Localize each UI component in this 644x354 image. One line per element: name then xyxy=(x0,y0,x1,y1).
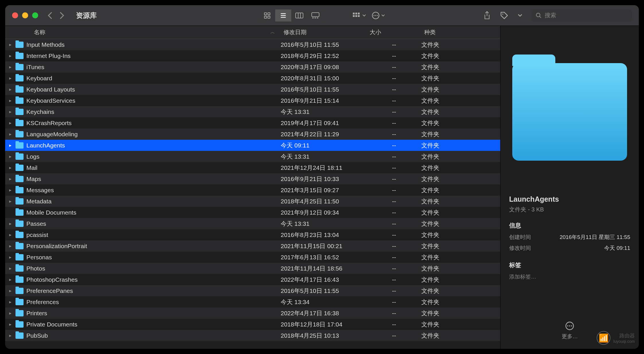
file-date: 2021年4月22日 11:29 xyxy=(281,130,367,138)
traffic-lights xyxy=(12,12,38,18)
disclosure-chevron-icon[interactable]: ▸ xyxy=(5,98,15,103)
file-row[interactable]: ▸Personas2017年6月13日 16:52--文件夹 xyxy=(5,252,500,263)
disclosure-chevron-icon[interactable]: ▸ xyxy=(5,288,15,293)
dropdown-button[interactable] xyxy=(518,14,522,17)
file-row[interactable]: ▸LaunchAgents今天 09:11--文件夹 xyxy=(5,140,500,151)
column-name[interactable]: 名称 ︿ xyxy=(5,28,281,36)
disclosure-chevron-icon[interactable]: ▸ xyxy=(5,64,15,70)
disclosure-chevron-icon[interactable]: ▸ xyxy=(5,109,15,114)
file-row[interactable]: ▸Passes今天 13:31--文件夹 xyxy=(5,218,500,229)
disclosure-chevron-icon[interactable]: ▸ xyxy=(5,254,15,260)
file-date: 2022年4月17日 16:43 xyxy=(281,276,367,284)
view-gallery-button[interactable] xyxy=(307,9,323,22)
svg-rect-16 xyxy=(358,13,360,14)
file-row[interactable]: ▸Printers2022年4月17日 16:38--文件夹 xyxy=(5,308,500,319)
chevron-down-icon xyxy=(381,14,385,17)
disclosure-chevron-icon[interactable]: ▸ xyxy=(5,299,15,305)
svg-point-22 xyxy=(375,15,376,16)
share-button[interactable] xyxy=(483,11,491,20)
disclosure-chevron-icon[interactable]: ▸ xyxy=(5,187,15,193)
disclosure-chevron-icon[interactable]: ▸ xyxy=(5,322,15,327)
file-row[interactable]: ▸Mail2021年12月24日 18:11--文件夹 xyxy=(5,162,500,173)
disclosure-chevron-icon[interactable]: ▸ xyxy=(5,154,15,159)
svg-rect-12 xyxy=(315,17,316,18)
folder-icon xyxy=(15,86,24,93)
minimize-button[interactable] xyxy=(22,12,28,18)
file-row[interactable]: ▸Messages2021年3月15日 09:27--文件夹 xyxy=(5,184,500,196)
svg-point-25 xyxy=(536,13,540,17)
disclosure-chevron-icon[interactable]: ▸ xyxy=(5,87,15,92)
disclosure-chevron-icon[interactable]: ▸ xyxy=(5,232,15,238)
disclosure-chevron-icon[interactable]: ▸ xyxy=(5,310,15,316)
maximize-button[interactable] xyxy=(32,12,38,18)
column-kind[interactable]: 种类 xyxy=(421,28,473,36)
file-row[interactable]: ▸LanguageModeling2021年4月22日 11:29--文件夹 xyxy=(5,129,500,140)
column-size[interactable]: 大小 xyxy=(367,28,421,36)
file-row[interactable]: ▸PersonalizationPortrait2021年11月15日 00:2… xyxy=(5,240,500,252)
file-row[interactable]: ▸Private Documents2018年12月18日 17:04--文件夹 xyxy=(5,319,500,330)
disclosure-chevron-icon[interactable]: ▸ xyxy=(5,75,15,81)
close-button[interactable] xyxy=(12,12,18,18)
file-kind: 文件夹 xyxy=(421,197,473,205)
disclosure-chevron-icon[interactable]: ▸ xyxy=(5,120,15,126)
file-row[interactable]: ▸KSCrashReports2019年4月17日 09:41--文件夹 xyxy=(5,117,500,129)
file-kind: 文件夹 xyxy=(421,74,473,82)
search-input[interactable] xyxy=(545,12,628,19)
disclosure-chevron-icon[interactable]: ▸ xyxy=(5,143,15,148)
folder-icon xyxy=(15,53,24,59)
disclosure-chevron-icon[interactable]: ▸ xyxy=(5,131,15,137)
disclosure-chevron-icon[interactable]: ▸ xyxy=(5,176,15,182)
view-list-button[interactable] xyxy=(275,9,291,22)
folder-icon xyxy=(15,42,24,48)
file-size: -- xyxy=(367,164,421,171)
disclosure-chevron-icon[interactable]: ▸ xyxy=(5,277,15,282)
search-box[interactable] xyxy=(532,9,632,22)
file-row[interactable]: ▸Input Methods2016年5月10日 11:55--文件夹 xyxy=(5,39,500,50)
file-row[interactable]: ▸Keychains今天 13:31--文件夹 xyxy=(5,106,500,117)
folder-icon xyxy=(15,265,24,272)
disclosure-chevron-icon[interactable]: ▸ xyxy=(5,243,15,249)
view-column-button[interactable] xyxy=(291,9,307,22)
tags-input[interactable]: 添加标签… xyxy=(509,273,630,281)
file-row[interactable]: ▸Keyboard Layouts2016年5月10日 11:55--文件夹 xyxy=(5,84,500,95)
more-button[interactable]: 更多… xyxy=(562,333,578,340)
info-modified-row: 修改时间 今天 09:11 xyxy=(509,244,630,252)
file-row[interactable]: ▸Internet Plug-Ins2018年6月29日 12:52--文件夹 xyxy=(5,50,500,61)
file-row[interactable]: ▸Maps2016年9月21日 10:33--文件夹 xyxy=(5,173,500,184)
file-name: Input Methods xyxy=(26,41,281,48)
file-row[interactable]: ▸KeyboardServices2016年9月21日 15:14--文件夹 xyxy=(5,95,500,106)
file-row[interactable]: ▸Metadata2018年4月25日 11:50--文件夹 xyxy=(5,196,500,207)
file-row[interactable]: ▸pcassist2016年8月23日 13:04--文件夹 xyxy=(5,229,500,240)
svg-point-21 xyxy=(373,15,375,16)
view-icon-button[interactable] xyxy=(259,9,275,22)
file-row[interactable]: ▸PubSub2018年4月25日 10:13--文件夹 xyxy=(5,330,500,341)
disclosure-chevron-icon[interactable]: ▸ xyxy=(5,221,15,226)
file-name: PersonalizationPortrait xyxy=(26,243,281,250)
disclosure-chevron-icon[interactable]: ▸ xyxy=(5,333,15,338)
back-button[interactable] xyxy=(47,12,53,19)
file-row[interactable]: ▸Logs今天 13:31--文件夹 xyxy=(5,151,500,162)
file-row[interactable]: ▸Keyboard2020年8月31日 15:00--文件夹 xyxy=(5,73,500,84)
file-row[interactable]: Mobile Documents2021年9月12日 09:34--文件夹 xyxy=(5,207,500,218)
file-row[interactable]: ▸PhotoshopCrashes2022年4月17日 16:43--文件夹 xyxy=(5,274,500,285)
file-row[interactable]: ▸Preferences今天 13:34--文件夹 xyxy=(5,296,500,308)
file-row[interactable]: ▸PreferencePanes2016年5月10日 11:55--文件夹 xyxy=(5,285,500,296)
file-name: Preferences xyxy=(26,299,281,306)
disclosure-chevron-icon[interactable]: ▸ xyxy=(5,42,15,47)
file-date: 今天 13:34 xyxy=(281,298,367,306)
file-list[interactable]: ▸Input Methods2016年5月10日 11:55--文件夹▸Inte… xyxy=(5,39,500,349)
tags-button[interactable] xyxy=(500,11,509,20)
disclosure-chevron-icon[interactable]: ▸ xyxy=(5,165,15,170)
folder-icon xyxy=(15,75,24,81)
disclosure-chevron-icon[interactable]: ▸ xyxy=(5,266,15,271)
disclosure-chevron-icon[interactable]: ▸ xyxy=(5,53,15,59)
forward-button[interactable] xyxy=(59,12,65,19)
folder-icon xyxy=(15,209,24,216)
column-date[interactable]: 修改日期 xyxy=(281,28,367,36)
group-by-button[interactable] xyxy=(352,12,366,19)
disclosure-chevron-icon[interactable]: ▸ xyxy=(5,199,15,204)
file-row[interactable]: ▸iTunes2020年3月17日 09:08--文件夹 xyxy=(5,61,500,73)
action-menu-button[interactable] xyxy=(372,11,385,20)
file-row[interactable]: ▸Photos2021年11月14日 18:56--文件夹 xyxy=(5,263,500,274)
more-options-icon[interactable] xyxy=(565,321,574,330)
